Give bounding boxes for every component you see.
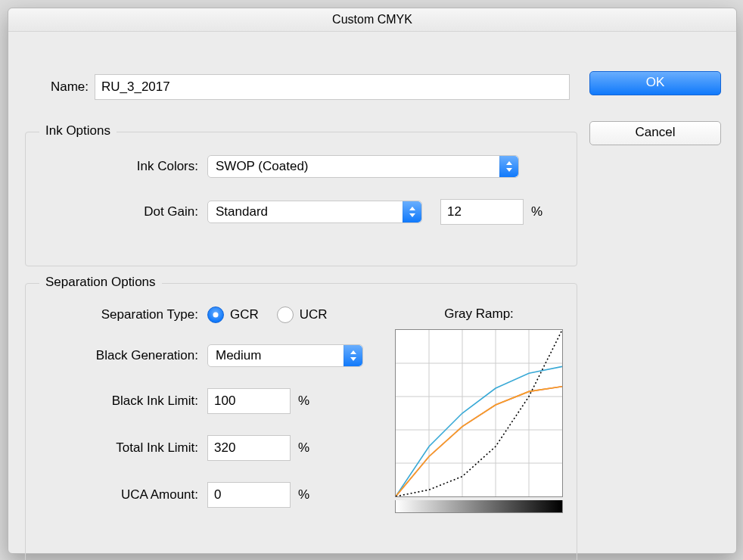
dot-gain-select[interactable]: Standard [207, 201, 422, 223]
ink-options-group: Ink Options Ink Colors: SWOP (Coated) Do… [25, 132, 577, 266]
pct-label: % [298, 487, 309, 502]
titlebar: Custom CMYK [8, 8, 736, 32]
ink-colors-select[interactable]: SWOP (Coated) [207, 155, 519, 178]
total-ink-limit-label: Total Ink Limit: [39, 440, 198, 456]
separation-options-legend: Separation Options [39, 275, 162, 290]
ink-colors-value: SWOP (Coated) [216, 159, 309, 173]
black-ink-limit-label: Black Ink Limit: [39, 394, 198, 409]
separation-options-group: Separation Options Separation Type: GCR … [25, 283, 577, 560]
name-label: Name: [25, 79, 89, 95]
gray-gradient-bar [395, 500, 563, 513]
cancel-button[interactable]: Cancel [589, 121, 721, 145]
custom-cmyk-dialog: Custom CMYK Name: OK Cancel Ink Options … [8, 8, 737, 554]
ink-colors-label: Ink Colors: [39, 159, 198, 174]
radio-dot-icon [277, 306, 294, 323]
uca-amount-input[interactable] [207, 482, 291, 508]
ucr-radio[interactable]: UCR [277, 306, 328, 323]
gcr-radio[interactable]: GCR [207, 306, 259, 323]
ok-button[interactable]: OK [589, 71, 721, 95]
uca-amount-label: UCA Amount: [39, 487, 198, 502]
gray-ramp-title: Gray Ramp: [395, 306, 563, 322]
chevron-updown-icon [403, 201, 421, 222]
black-ink-limit-input[interactable] [207, 388, 291, 414]
ink-options-legend: Ink Options [39, 123, 117, 138]
dot-gain-num-input[interactable] [440, 199, 524, 225]
black-gen-label: Black Generation: [39, 348, 198, 363]
dot-gain-label: Dot Gain: [39, 204, 198, 219]
sep-type-label: Separation Type: [39, 307, 198, 322]
gcr-radio-label: GCR [230, 307, 259, 322]
ucr-radio-label: UCR [300, 307, 328, 322]
pct-label: % [298, 394, 309, 409]
black-gen-select[interactable]: Medium [207, 344, 363, 367]
name-input[interactable] [95, 74, 570, 100]
pct-label: % [298, 440, 309, 456]
pct-label: % [531, 204, 542, 219]
radio-dot-icon [207, 306, 224, 323]
gray-ramp-chart [395, 329, 563, 497]
chevron-updown-icon [499, 156, 518, 177]
total-ink-limit-input[interactable] [207, 435, 291, 461]
chevron-updown-icon [344, 345, 362, 366]
dot-gain-value: Standard [216, 204, 268, 219]
black-gen-value: Medium [216, 348, 261, 362]
gray-ramp-block: Gray Ramp: [395, 306, 563, 513]
